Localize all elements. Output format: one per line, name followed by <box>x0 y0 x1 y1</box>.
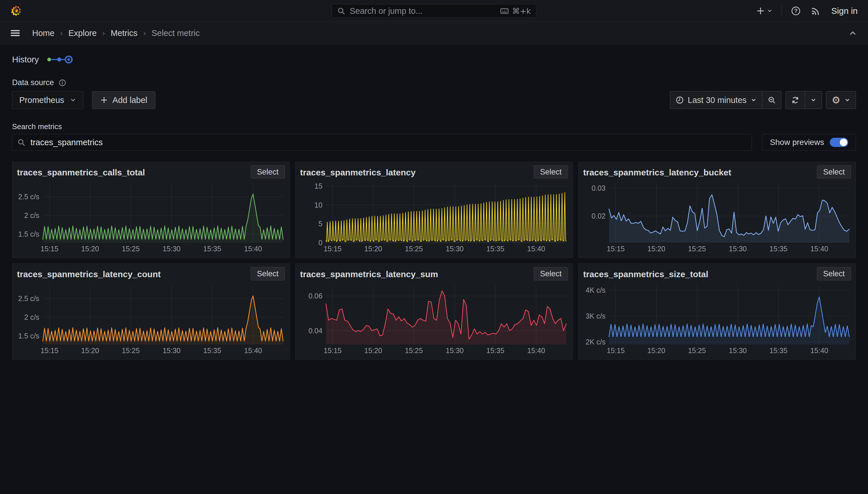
select-metric-button[interactable]: Select <box>534 165 568 178</box>
mega-menu-toggle[interactable] <box>9 27 21 39</box>
history-label: History <box>12 55 39 64</box>
add-label-button[interactable]: Add label <box>92 91 156 109</box>
svg-text:4K c/s: 4K c/s <box>586 286 606 294</box>
chevron-down-icon <box>810 97 816 103</box>
svg-text:15:20: 15:20 <box>364 245 382 253</box>
svg-text:15:20: 15:20 <box>647 346 665 355</box>
settings-button[interactable]: ⚙ <box>826 91 856 109</box>
svg-text:2.5 c/s: 2.5 c/s <box>18 193 39 201</box>
search-row: Show previews <box>12 134 856 151</box>
explore-metrics-page: History Data source Prometheus <box>0 44 868 360</box>
breadcrumb-metrics[interactable]: Metrics <box>111 28 137 38</box>
time-controls: Last 30 minutes <box>670 91 856 109</box>
select-metric-button[interactable]: Select <box>251 165 285 178</box>
metric-panel-latency-count: traces_spanmetrics_latency_count Select … <box>12 263 290 360</box>
time-range-picker[interactable]: Last 30 minutes <box>670 91 762 109</box>
shortcut-text: ⌘+k <box>512 6 531 16</box>
svg-text:15:15: 15:15 <box>607 245 625 253</box>
panel-title: traces_spanmetrics_latency <box>300 168 416 177</box>
breadcrumb-explore[interactable]: Explore <box>68 28 97 38</box>
panel-title: traces_spanmetrics_latency_bucket <box>583 168 731 177</box>
select-metric-button[interactable]: Select <box>817 165 851 178</box>
select-metric-button[interactable]: Select <box>817 267 851 280</box>
show-previews-toggle[interactable] <box>830 138 848 147</box>
panel-header: traces_spanmetrics_latency Select <box>300 165 568 178</box>
svg-text:0.03: 0.03 <box>592 184 606 192</box>
svg-text:15:25: 15:25 <box>688 346 706 355</box>
refresh-interval-dropdown[interactable] <box>805 91 822 109</box>
search-icon <box>17 138 25 146</box>
top-navigation-bar: Search or jump to... ⌘+k <box>0 0 868 22</box>
collapse-toolbar-button[interactable] <box>847 28 859 38</box>
grafana-logo[interactable] <box>8 4 23 18</box>
svg-text:15:35: 15:35 <box>203 346 221 355</box>
metrics-search-input[interactable] <box>30 137 747 148</box>
svg-text:15:30: 15:30 <box>446 346 463 355</box>
svg-text:15:40: 15:40 <box>244 346 262 355</box>
svg-text:15:35: 15:35 <box>769 245 787 253</box>
datasource-picker[interactable]: Prometheus <box>12 91 83 109</box>
time-series-chart[interactable]: 0.040.0615:1515:2015:2515:3015:3515:40 <box>300 282 568 355</box>
panel-header: traces_spanmetrics_latency_count Select <box>17 267 285 280</box>
news-button[interactable] <box>810 5 822 17</box>
svg-text:0.04: 0.04 <box>309 327 322 335</box>
select-metric-button[interactable]: Select <box>534 267 568 280</box>
time-series-chart[interactable]: 2K c/s3K c/s4K c/s15:1515:2015:2515:3015… <box>583 282 851 355</box>
help-icon: ? <box>791 6 801 16</box>
svg-text:15:15: 15:15 <box>41 245 58 253</box>
svg-text:15:40: 15:40 <box>244 245 262 253</box>
rss-icon <box>811 6 820 16</box>
svg-text:15:35: 15:35 <box>486 245 504 253</box>
svg-text:15:15: 15:15 <box>323 245 341 253</box>
time-series-chart[interactable]: 1.5 c/s2 c/s2.5 c/s15:1515:2015:2515:301… <box>17 282 285 355</box>
svg-text:15:25: 15:25 <box>122 245 140 253</box>
sign-in-button[interactable]: Sign in <box>829 6 860 16</box>
time-series-chart[interactable]: 05101515:1515:2015:2515:3015:3515:40 <box>300 180 568 253</box>
plus-icon <box>100 96 108 104</box>
datasource-label-row: Data source <box>12 78 856 87</box>
svg-text:15:25: 15:25 <box>405 346 423 355</box>
info-icon[interactable] <box>59 79 66 87</box>
svg-text:2 c/s: 2 c/s <box>24 313 39 321</box>
metric-panel-latency: traces_spanmetrics_latency Select 051015… <box>295 162 573 258</box>
svg-text:15:25: 15:25 <box>688 245 706 253</box>
breadcrumb: Home › Explore › Metrics › Select metric <box>32 28 200 38</box>
time-series-chart[interactable]: 1.5 c/s2 c/s2.5 c/s15:1515:2015:2515:301… <box>17 180 285 253</box>
svg-text:2 c/s: 2 c/s <box>24 211 39 220</box>
metric-panel-latency-sum: traces_spanmetrics_latency_sum Select 0.… <box>295 263 573 360</box>
plus-icon <box>756 6 765 15</box>
keyboard-shortcut-hint: ⌘+k <box>500 6 531 16</box>
new-menu-button[interactable] <box>755 5 773 16</box>
refresh-group <box>786 91 822 109</box>
breadcrumb-separator: › <box>143 29 146 38</box>
svg-text:15:30: 15:30 <box>163 346 180 355</box>
svg-text:15:30: 15:30 <box>163 245 180 253</box>
svg-text:15: 15 <box>314 182 322 190</box>
svg-text:0.06: 0.06 <box>309 292 322 300</box>
search-bar[interactable]: Search or jump to... ⌘+k <box>332 4 536 18</box>
zoom-out-button[interactable] <box>762 91 782 109</box>
clock-icon <box>676 96 684 104</box>
select-metric-button[interactable]: Select <box>251 267 285 280</box>
add-label-text: Add label <box>112 95 147 105</box>
history-timeline[interactable] <box>46 55 75 64</box>
svg-text:2.5 c/s: 2.5 c/s <box>18 294 39 303</box>
help-button[interactable]: ? <box>790 5 802 17</box>
svg-text:0: 0 <box>318 239 322 247</box>
show-previews-control: Show previews <box>762 134 856 151</box>
panel-title: traces_spanmetrics_latency_sum <box>300 269 438 279</box>
svg-text:15:25: 15:25 <box>122 346 140 355</box>
breadcrumb-home[interactable]: Home <box>32 28 54 38</box>
panel-title: traces_spanmetrics_size_total <box>583 269 708 279</box>
svg-text:15:40: 15:40 <box>527 245 545 253</box>
svg-text:15:20: 15:20 <box>81 245 99 253</box>
refresh-button[interactable] <box>786 91 805 109</box>
metrics-search-field <box>12 134 752 151</box>
metric-previews-grid: traces_spanmetrics_calls_total Select 1.… <box>12 162 856 360</box>
time-series-chart[interactable]: 0.020.0315:1515:2015:2515:3015:3515:40 <box>583 180 851 253</box>
svg-text:15:35: 15:35 <box>486 346 504 355</box>
panel-title: traces_spanmetrics_latency_count <box>17 269 161 279</box>
metric-panel-calls-total: traces_spanmetrics_calls_total Select 1.… <box>12 162 290 258</box>
controls-row: Prometheus Add label <box>12 91 856 109</box>
breadcrumb-separator: › <box>102 29 105 38</box>
